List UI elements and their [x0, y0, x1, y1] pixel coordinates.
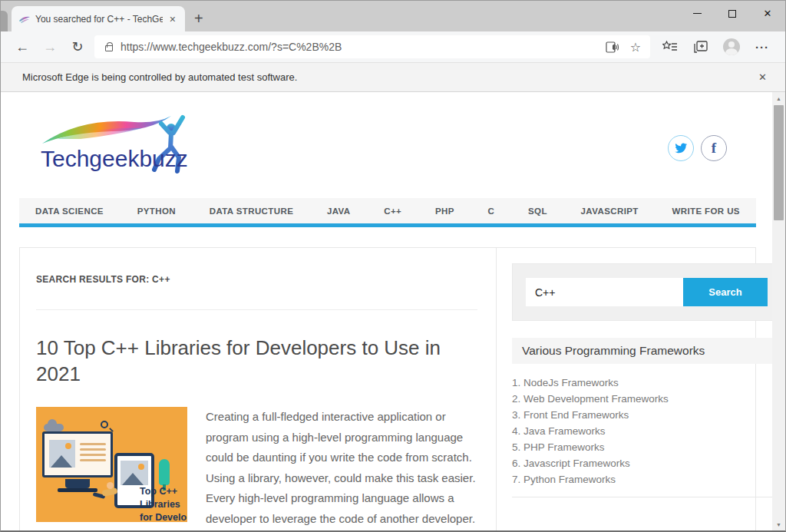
facebook-icon: f	[712, 140, 716, 157]
page-viewport: ▲ ▼	[1, 92, 785, 530]
collections-icon[interactable]	[685, 41, 716, 54]
window-edge-fragment	[1, 11, 8, 31]
tree-illustration	[159, 459, 170, 485]
nav-item-javascript[interactable]: JAVASCRIPT	[581, 207, 639, 216]
facebook-link[interactable]: f	[701, 135, 727, 161]
nav-item-python[interactable]: PYTHON	[137, 207, 176, 216]
search-input[interactable]	[526, 278, 683, 306]
profile-button[interactable]	[716, 38, 747, 55]
tab-close-icon[interactable]: ×	[167, 13, 178, 25]
minimize-icon	[693, 13, 702, 14]
thumbnail-caption: Top C++ Libraries for Develope	[140, 485, 187, 522]
site-nav: DATA SCIENCE PYTHON DATA STRUCTURE JAVA …	[19, 198, 756, 227]
social-links: f	[668, 135, 727, 161]
logo-text: Techgeekbuzz	[41, 146, 188, 171]
scroll-down-icon[interactable]: ▼	[772, 518, 785, 530]
twitter-link[interactable]	[668, 135, 694, 161]
sidebar: Search Various Programming Frameworks No…	[497, 248, 785, 530]
site-header: Techgeekbuzz f	[19, 92, 756, 183]
vertical-scrollbar[interactable]: ▲ ▼	[772, 92, 785, 530]
scroll-up-icon[interactable]: ▲	[772, 92, 785, 104]
forward-button: →	[36, 39, 64, 55]
main-column: SEARCH RESULTS FOR: C++ 10 Top C++ Libra…	[20, 248, 497, 530]
favorites-bar-icon[interactable]	[655, 41, 685, 53]
nav-item-cpp[interactable]: C++	[384, 207, 401, 216]
tab-favicon-icon	[18, 13, 31, 25]
list-item: Python Frameworks	[512, 471, 781, 487]
maximize-icon	[728, 10, 736, 18]
tab-title: You searched for C++ - TechGee	[35, 14, 163, 25]
search-button[interactable]: Search	[683, 278, 768, 306]
automation-notification-bar: Microsoft Edge is being controlled by au…	[1, 63, 785, 92]
refresh-button[interactable]: ↻	[64, 38, 91, 55]
back-button[interactable]: ←	[8, 39, 36, 55]
minimize-button[interactable]	[679, 1, 715, 26]
list-item: Web Development Frameworks	[512, 391, 781, 407]
nav-item-write-for-us[interactable]: WRITE FOR US	[672, 207, 740, 216]
site-content: Techgeekbuzz f DATA SCIENCE	[19, 92, 756, 530]
content-box: SEARCH RESULTS FOR: C++ 10 Top C++ Libra…	[19, 247, 756, 530]
new-tab-button[interactable]: +	[194, 11, 203, 26]
notification-message: Microsoft Edge is being controlled by au…	[22, 71, 754, 83]
window-controls: ✕	[679, 1, 785, 26]
read-aloud-icon[interactable]	[606, 41, 619, 53]
search-results-label: SEARCH RESULTS FOR: C++	[36, 274, 477, 285]
nav-item-php[interactable]: PHP	[435, 207, 454, 216]
lock-icon	[105, 45, 113, 51]
nav-item-data-science[interactable]: DATA SCIENCE	[35, 207, 104, 216]
twitter-icon	[675, 143, 688, 154]
sidebar-divider	[512, 497, 781, 497]
maximize-button[interactable]	[715, 1, 750, 26]
browser-tab[interactable]: You searched for C++ - TechGee ×	[12, 6, 185, 31]
monitor-base	[58, 488, 97, 492]
settings-menu-icon[interactable]: ···	[747, 41, 778, 54]
frameworks-widget-title: Various Programming Frameworks	[512, 338, 781, 364]
close-icon: ✕	[764, 8, 772, 19]
nav-item-java[interactable]: JAVA	[327, 207, 351, 216]
close-button[interactable]: ✕	[750, 1, 785, 26]
monitor-stand	[65, 479, 90, 488]
magnifier-icon	[101, 421, 108, 428]
sidebar-search-widget: Search	[512, 263, 781, 321]
url-text[interactable]: https://www.techgeekbuzz.com/?s=C%2B%2B	[121, 41, 595, 53]
article-thumbnail[interactable]: Top C++ Libraries for Develope	[36, 407, 187, 522]
favorite-star-icon[interactable]: ☆	[630, 40, 641, 55]
browser-toolbar: ← → ↻ https://www.techgeekbuzz.com/?s=C%…	[1, 31, 785, 63]
nav-item-c[interactable]: C	[488, 207, 495, 216]
article-excerpt: Creating a full-fledged interactive appl…	[206, 407, 477, 530]
address-bar[interactable]: https://www.techgeekbuzz.com/?s=C%2B%2B …	[94, 35, 650, 58]
list-item: Front End Frameworks	[512, 407, 781, 423]
list-item: Javascript Frameworks	[512, 455, 781, 471]
article-title-link[interactable]: 10 Top C++ Libraries for Developers to U…	[36, 335, 477, 387]
frameworks-list: NodeJs Frameworks Web Development Framew…	[512, 375, 781, 487]
nav-item-data-structure[interactable]: DATA STRUCTURE	[210, 207, 294, 216]
list-item: Java Frameworks	[512, 423, 781, 439]
avatar	[723, 38, 740, 55]
results-divider	[36, 309, 477, 310]
notification-close-icon[interactable]: ✕	[754, 70, 771, 84]
tab-strip: You searched for C++ - TechGee × + ✕	[1, 1, 785, 31]
browser-window: You searched for C++ - TechGee × + ✕ ← →…	[0, 0, 786, 532]
cloud-icon	[44, 424, 64, 431]
nav-item-sql[interactable]: SQL	[528, 207, 547, 216]
site-logo[interactable]: Techgeekbuzz	[35, 111, 196, 185]
article-row: Top C++ Libraries for Develope Creating …	[36, 407, 477, 530]
monitor-illustration	[42, 431, 113, 477]
scrollbar-thumb[interactable]	[774, 105, 784, 220]
list-item: NodeJs Frameworks	[512, 375, 781, 391]
list-item: PHP Frameworks	[512, 439, 781, 455]
